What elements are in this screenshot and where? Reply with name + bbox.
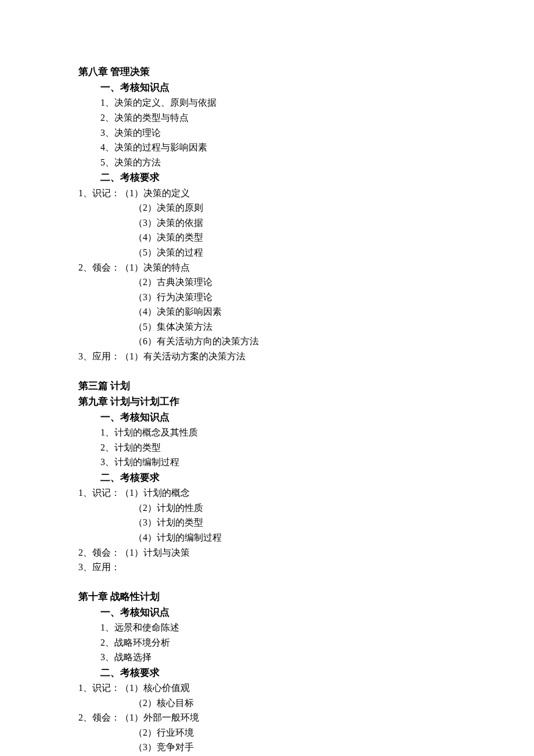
ch9-req-line: （2）计划的性质: [78, 501, 459, 516]
chapter-9-title: 第九章 计划与计划工作: [78, 394, 459, 409]
ch8-req-line: （5）集体决策方法: [78, 319, 459, 334]
ch8-req-line: （4）决策的影响因素: [78, 304, 459, 319]
ch10-section2-heading: 二、考核要求: [78, 665, 459, 681]
ch8-req-line: 1、识记：（1）决策的定义: [78, 186, 459, 201]
part-3-title: 第三篇 计划: [78, 378, 459, 394]
ch9-knowledge-point: 1、计划的概念及其性质: [78, 425, 459, 440]
ch8-req-line: （6）有关活动方向的决策方法: [78, 334, 459, 349]
ch8-req-line: （3）决策的依据: [78, 215, 459, 231]
spacer: [78, 575, 459, 589]
ch8-req-line: （2）古典决策理论: [78, 275, 459, 290]
ch9-req-line: 1、识记：（1）计划的概念: [78, 485, 459, 501]
ch9-section2-heading: 二、考核要求: [78, 470, 459, 485]
ch8-section2-heading: 二、考核要求: [78, 170, 459, 185]
ch8-knowledge-point: 2、决策的类型与特点: [78, 110, 459, 125]
ch8-section1-heading: 一、考核知识点: [78, 80, 459, 95]
spacer: [78, 364, 459, 378]
ch8-req-line: （5）决策的过程: [78, 245, 459, 260]
chapter-10-title: 第十章 战略性计划: [78, 589, 459, 604]
ch9-req-line: （4）计划的编制过程: [78, 530, 459, 545]
ch8-req-line: 2、领会：（1）决策的特点: [78, 260, 459, 275]
ch8-knowledge-point: 4、决策的过程与影响因素: [78, 140, 459, 155]
ch10-req-line: （2）核心目标: [78, 696, 459, 711]
ch8-req-line: （2）决策的原则: [78, 200, 459, 215]
ch8-knowledge-point: 5、决策的方法: [78, 155, 459, 170]
ch8-req-line: （4）决策的类型: [78, 230, 459, 245]
ch10-knowledge-point: 1、远景和使命陈述: [78, 620, 459, 635]
ch8-req-line: 3、应用：（1）有关活动方案的决策方法: [78, 349, 459, 364]
ch8-req-line: （3）行为决策理论: [78, 290, 459, 305]
ch10-req-line: 2、领会：（1）外部一般环境: [78, 710, 459, 725]
ch10-knowledge-point: 2、战略环境分析: [78, 635, 459, 650]
ch9-req-line: 2、领会：（1）计划与决策: [78, 545, 459, 560]
ch9-req-line: （3）计划的类型: [78, 515, 459, 530]
ch10-knowledge-point: 3、战略选择: [78, 650, 459, 665]
ch9-knowledge-point: 3、计划的编制过程: [78, 455, 459, 470]
ch10-section1-heading: 一、考核知识点: [78, 604, 459, 620]
ch9-req-line: 3、应用：: [78, 560, 459, 575]
ch8-knowledge-point: 1、决策的定义、原则与依据: [78, 95, 459, 110]
ch9-section1-heading: 一、考核知识点: [78, 409, 459, 425]
ch8-knowledge-point: 3、决策的理论: [78, 125, 459, 141]
document-page: 第八章 管理决策 一、考核知识点 1、决策的定义、原则与依据 2、决策的类型与特…: [0, 0, 534, 756]
chapter-8-title: 第八章 管理决策: [78, 64, 459, 80]
ch10-req-line: 1、识记：（1）核心价值观: [78, 681, 459, 696]
ch10-req-line: （3）竞争对手: [78, 740, 459, 755]
ch9-knowledge-point: 2、计划的类型: [78, 440, 459, 455]
ch10-req-line: （2）行业环境: [78, 725, 459, 740]
